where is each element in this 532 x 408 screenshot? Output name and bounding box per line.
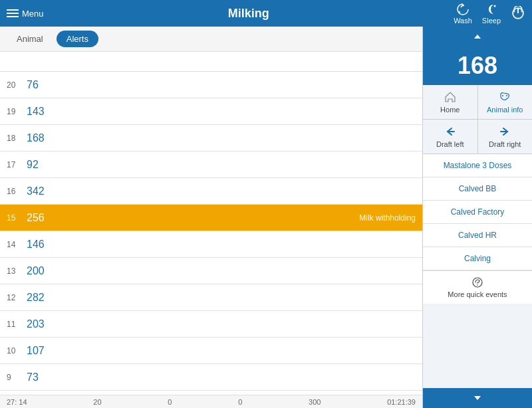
list-item[interactable]: 15 256 Milk withholding	[0, 205, 422, 231]
list-item[interactable]: 14 146	[0, 231, 422, 258]
list-item[interactable]: 9 73	[0, 364, 422, 391]
animal-number: 168	[423, 47, 532, 85]
list-item[interactable]: 10 107	[0, 338, 422, 364]
svg-point-7	[477, 284, 478, 286]
row-number: 16	[7, 187, 27, 196]
scroll-down-button[interactable]	[423, 388, 532, 408]
animal-id: 342	[27, 185, 416, 197]
animal-id: 168	[27, 132, 416, 144]
animal-id: 282	[27, 292, 416, 304]
row-number: 13	[7, 266, 27, 276]
power-icon	[511, 6, 525, 21]
row-number: 18	[7, 134, 27, 143]
axis-mark-3: 0	[238, 398, 242, 406]
row-number: 11	[7, 320, 27, 329]
axis-right: 01:21:39	[387, 398, 416, 406]
draft-row: Draft left Draft right	[423, 120, 532, 154]
chevron-down-icon	[472, 393, 483, 403]
draft-left-button[interactable]: Draft left	[423, 120, 478, 153]
main-layout: Animal Alerts 20 76 19 143 18 168 17 92 …	[0, 27, 532, 408]
quick-action-mastalone[interactable]: Mastalone 3 Doses	[423, 154, 532, 177]
quick-action-calved-hr[interactable]: Calved HR	[423, 224, 532, 247]
menu-label: Menu	[22, 9, 44, 19]
sleep-label: Sleep	[482, 17, 501, 25]
animal-id: 256	[27, 212, 352, 224]
home-icon	[444, 90, 457, 104]
svg-point-6	[473, 278, 482, 287]
draft-left-label: Draft left	[436, 140, 464, 148]
list-item[interactable]: 11 203	[0, 311, 422, 338]
wash-icon	[456, 2, 470, 17]
animal-id: 203	[27, 318, 416, 330]
animal-id: 73	[27, 371, 416, 383]
row-number: 9	[7, 373, 27, 382]
animal-id: 200	[27, 265, 416, 277]
animal-id: 146	[27, 239, 416, 251]
list-item[interactable]: 20 76	[0, 72, 422, 98]
draft-right-label: Draft right	[489, 140, 521, 148]
axis-left: 27: 14	[7, 398, 27, 406]
row-number: 12	[7, 293, 27, 302]
list-item[interactable]: 8 160	[0, 391, 422, 395]
animal-id: 92	[27, 159, 416, 171]
row-number: 17	[7, 160, 27, 169]
hamburger-icon	[7, 9, 19, 17]
animal-info-icon	[498, 90, 511, 104]
scroll-up-button[interactable]	[423, 27, 532, 47]
header-title: Milking	[44, 7, 454, 21]
list-header	[0, 52, 422, 72]
row-number: 20	[7, 80, 27, 90]
row-number: 15	[7, 213, 27, 223]
quick-action-calved-bb[interactable]: Calved BB	[423, 177, 532, 201]
draft-right-icon	[498, 125, 511, 138]
more-events-icon	[471, 276, 483, 288]
more-quick-label: More quick events	[448, 290, 507, 298]
wash-label: Wash	[454, 17, 472, 25]
home-label: Home	[440, 106, 460, 114]
axis-mark-4: 300	[309, 398, 321, 406]
quick-action-calved-factory[interactable]: Calved Factory	[423, 201, 532, 224]
animal-list: 20 76 19 143 18 168 17 92 16 342 15 256 …	[0, 52, 422, 395]
svg-point-0	[493, 5, 495, 7]
animal-id: 143	[27, 106, 416, 118]
animal-info-button[interactable]: Animal info	[478, 85, 533, 119]
animal-id: 76	[27, 79, 416, 91]
list-item[interactable]: 12 282	[0, 284, 422, 311]
home-button[interactable]: Home	[423, 85, 478, 119]
tab-alerts[interactable]: Alerts	[57, 31, 98, 47]
quick-actions-list: Mastalone 3 DosesCalved BBCalved Factory…	[423, 154, 532, 388]
row-number: 10	[7, 346, 27, 356]
bottom-axis: 27: 14 20 0 0 300 01:21:39	[0, 395, 422, 408]
top-nav-row: Home Animal info	[423, 85, 532, 120]
tabs-bar: Animal Alerts	[0, 27, 422, 52]
axis-mark-2: 0	[168, 398, 172, 406]
row-number: 14	[7, 240, 27, 249]
draft-right-button[interactable]: Draft right	[478, 120, 533, 153]
header-actions: Wash Sleep	[454, 2, 525, 25]
list-item[interactable]: 18 168	[0, 125, 422, 152]
wash-button[interactable]: Wash	[454, 2, 472, 25]
list-item[interactable]: 19 143	[0, 98, 422, 125]
header: Menu Milking Wash Sleep	[0, 0, 532, 27]
power-button[interactable]	[511, 6, 525, 21]
animal-info-label: Animal info	[487, 106, 523, 114]
menu-button[interactable]: Menu	[7, 9, 44, 19]
draft-left-icon	[444, 125, 457, 138]
list-item[interactable]: 13 200	[0, 258, 422, 284]
alert-label: Milk withholding	[359, 213, 416, 223]
axis-mark-1: 20	[93, 398, 101, 406]
list-item[interactable]: 16 342	[0, 178, 422, 205]
animal-id: 107	[27, 345, 416, 357]
quick-action-calving[interactable]: Calving	[423, 247, 532, 270]
svg-point-5	[506, 95, 507, 96]
left-panel: Animal Alerts 20 76 19 143 18 168 17 92 …	[0, 27, 422, 408]
list-item[interactable]: 17 92	[0, 152, 422, 178]
row-number: 19	[7, 107, 27, 116]
right-panel: 168 Home Animal info	[422, 27, 532, 408]
tab-animal[interactable]: Animal	[7, 31, 53, 47]
svg-point-4	[502, 95, 503, 96]
more-quick-events-button[interactable]: More quick events	[423, 270, 532, 304]
chevron-up-icon	[472, 31, 483, 42]
sleep-icon	[484, 2, 499, 17]
sleep-button[interactable]: Sleep	[482, 2, 501, 25]
